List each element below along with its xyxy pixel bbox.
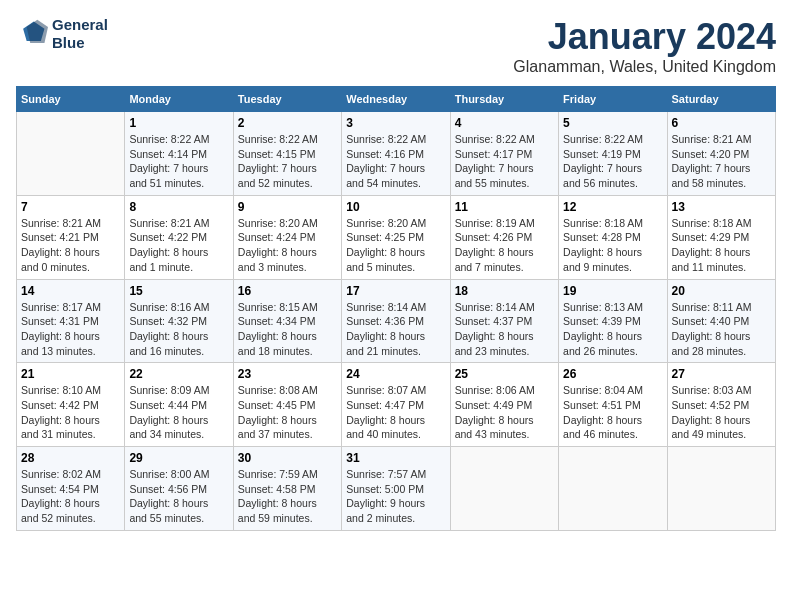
day-info: Sunrise: 8:20 AMSunset: 4:25 PMDaylight:…	[346, 216, 445, 275]
day-info: Sunrise: 8:16 AMSunset: 4:32 PMDaylight:…	[129, 300, 228, 359]
calendar-cell: 25Sunrise: 8:06 AMSunset: 4:49 PMDayligh…	[450, 363, 558, 447]
calendar-header-monday: Monday	[125, 87, 233, 112]
day-info: Sunrise: 8:21 AMSunset: 4:21 PMDaylight:…	[21, 216, 120, 275]
day-number: 16	[238, 284, 337, 298]
day-number: 29	[129, 451, 228, 465]
day-number: 12	[563, 200, 662, 214]
calendar-header-friday: Friday	[559, 87, 667, 112]
day-number: 28	[21, 451, 120, 465]
day-info: Sunrise: 8:10 AMSunset: 4:42 PMDaylight:…	[21, 383, 120, 442]
calendar-cell: 9Sunrise: 8:20 AMSunset: 4:24 PMDaylight…	[233, 195, 341, 279]
day-number: 5	[563, 116, 662, 130]
calendar-header-row: SundayMondayTuesdayWednesdayThursdayFrid…	[17, 87, 776, 112]
day-info: Sunrise: 8:13 AMSunset: 4:39 PMDaylight:…	[563, 300, 662, 359]
calendar-week-5: 28Sunrise: 8:02 AMSunset: 4:54 PMDayligh…	[17, 447, 776, 531]
calendar-header-tuesday: Tuesday	[233, 87, 341, 112]
day-info: Sunrise: 8:14 AMSunset: 4:36 PMDaylight:…	[346, 300, 445, 359]
calendar-week-2: 7Sunrise: 8:21 AMSunset: 4:21 PMDaylight…	[17, 195, 776, 279]
day-info: Sunrise: 8:03 AMSunset: 4:52 PMDaylight:…	[672, 383, 771, 442]
calendar-cell: 30Sunrise: 7:59 AMSunset: 4:58 PMDayligh…	[233, 447, 341, 531]
calendar-cell	[667, 447, 775, 531]
day-info: Sunrise: 8:17 AMSunset: 4:31 PMDaylight:…	[21, 300, 120, 359]
day-number: 18	[455, 284, 554, 298]
day-info: Sunrise: 8:22 AMSunset: 4:19 PMDaylight:…	[563, 132, 662, 191]
logo-text: General Blue	[52, 16, 108, 52]
calendar-cell: 6Sunrise: 8:21 AMSunset: 4:20 PMDaylight…	[667, 112, 775, 196]
main-title: January 2024	[513, 16, 776, 58]
day-number: 8	[129, 200, 228, 214]
day-info: Sunrise: 8:22 AMSunset: 4:14 PMDaylight:…	[129, 132, 228, 191]
calendar-cell: 26Sunrise: 8:04 AMSunset: 4:51 PMDayligh…	[559, 363, 667, 447]
day-info: Sunrise: 8:18 AMSunset: 4:28 PMDaylight:…	[563, 216, 662, 275]
day-number: 21	[21, 367, 120, 381]
day-number: 3	[346, 116, 445, 130]
calendar-cell: 24Sunrise: 8:07 AMSunset: 4:47 PMDayligh…	[342, 363, 450, 447]
calendar-cell: 1Sunrise: 8:22 AMSunset: 4:14 PMDaylight…	[125, 112, 233, 196]
day-info: Sunrise: 8:14 AMSunset: 4:37 PMDaylight:…	[455, 300, 554, 359]
day-number: 24	[346, 367, 445, 381]
calendar-header-thursday: Thursday	[450, 87, 558, 112]
day-number: 20	[672, 284, 771, 298]
calendar-cell: 3Sunrise: 8:22 AMSunset: 4:16 PMDaylight…	[342, 112, 450, 196]
day-info: Sunrise: 8:21 AMSunset: 4:20 PMDaylight:…	[672, 132, 771, 191]
day-number: 2	[238, 116, 337, 130]
day-number: 15	[129, 284, 228, 298]
calendar-cell	[559, 447, 667, 531]
day-number: 13	[672, 200, 771, 214]
day-number: 14	[21, 284, 120, 298]
calendar-week-3: 14Sunrise: 8:17 AMSunset: 4:31 PMDayligh…	[17, 279, 776, 363]
subtitle: Glanamman, Wales, United Kingdom	[513, 58, 776, 76]
day-info: Sunrise: 8:22 AMSunset: 4:16 PMDaylight:…	[346, 132, 445, 191]
calendar-header-wednesday: Wednesday	[342, 87, 450, 112]
day-info: Sunrise: 8:22 AMSunset: 4:17 PMDaylight:…	[455, 132, 554, 191]
calendar-cell: 5Sunrise: 8:22 AMSunset: 4:19 PMDaylight…	[559, 112, 667, 196]
logo: General Blue	[16, 16, 108, 52]
calendar-cell: 31Sunrise: 7:57 AMSunset: 5:00 PMDayligh…	[342, 447, 450, 531]
calendar-cell: 4Sunrise: 8:22 AMSunset: 4:17 PMDaylight…	[450, 112, 558, 196]
day-info: Sunrise: 8:20 AMSunset: 4:24 PMDaylight:…	[238, 216, 337, 275]
calendar-cell: 18Sunrise: 8:14 AMSunset: 4:37 PMDayligh…	[450, 279, 558, 363]
calendar-cell: 2Sunrise: 8:22 AMSunset: 4:15 PMDaylight…	[233, 112, 341, 196]
header: General Blue January 2024 Glanamman, Wal…	[16, 16, 776, 76]
calendar-cell: 11Sunrise: 8:19 AMSunset: 4:26 PMDayligh…	[450, 195, 558, 279]
day-number: 1	[129, 116, 228, 130]
calendar-cell	[450, 447, 558, 531]
day-number: 27	[672, 367, 771, 381]
logo-line2: Blue	[52, 34, 108, 52]
calendar-cell: 20Sunrise: 8:11 AMSunset: 4:40 PMDayligh…	[667, 279, 775, 363]
calendar-week-4: 21Sunrise: 8:10 AMSunset: 4:42 PMDayligh…	[17, 363, 776, 447]
calendar-cell: 16Sunrise: 8:15 AMSunset: 4:34 PMDayligh…	[233, 279, 341, 363]
day-info: Sunrise: 8:09 AMSunset: 4:44 PMDaylight:…	[129, 383, 228, 442]
calendar-table: SundayMondayTuesdayWednesdayThursdayFrid…	[16, 86, 776, 531]
calendar-cell: 29Sunrise: 8:00 AMSunset: 4:56 PMDayligh…	[125, 447, 233, 531]
day-number: 4	[455, 116, 554, 130]
day-info: Sunrise: 8:06 AMSunset: 4:49 PMDaylight:…	[455, 383, 554, 442]
calendar-week-1: 1Sunrise: 8:22 AMSunset: 4:14 PMDaylight…	[17, 112, 776, 196]
day-number: 9	[238, 200, 337, 214]
day-info: Sunrise: 8:07 AMSunset: 4:47 PMDaylight:…	[346, 383, 445, 442]
calendar-cell: 14Sunrise: 8:17 AMSunset: 4:31 PMDayligh…	[17, 279, 125, 363]
calendar-header-saturday: Saturday	[667, 87, 775, 112]
calendar-cell: 22Sunrise: 8:09 AMSunset: 4:44 PMDayligh…	[125, 363, 233, 447]
day-info: Sunrise: 8:00 AMSunset: 4:56 PMDaylight:…	[129, 467, 228, 526]
day-info: Sunrise: 7:57 AMSunset: 5:00 PMDaylight:…	[346, 467, 445, 526]
calendar-cell: 27Sunrise: 8:03 AMSunset: 4:52 PMDayligh…	[667, 363, 775, 447]
day-number: 22	[129, 367, 228, 381]
day-info: Sunrise: 8:11 AMSunset: 4:40 PMDaylight:…	[672, 300, 771, 359]
logo-line1: General	[52, 16, 108, 34]
day-info: Sunrise: 8:08 AMSunset: 4:45 PMDaylight:…	[238, 383, 337, 442]
calendar-cell: 23Sunrise: 8:08 AMSunset: 4:45 PMDayligh…	[233, 363, 341, 447]
day-info: Sunrise: 8:22 AMSunset: 4:15 PMDaylight:…	[238, 132, 337, 191]
calendar-cell: 12Sunrise: 8:18 AMSunset: 4:28 PMDayligh…	[559, 195, 667, 279]
calendar-cell: 7Sunrise: 8:21 AMSunset: 4:21 PMDaylight…	[17, 195, 125, 279]
calendar-cell: 19Sunrise: 8:13 AMSunset: 4:39 PMDayligh…	[559, 279, 667, 363]
day-info: Sunrise: 8:04 AMSunset: 4:51 PMDaylight:…	[563, 383, 662, 442]
day-number: 17	[346, 284, 445, 298]
day-number: 10	[346, 200, 445, 214]
calendar-cell: 13Sunrise: 8:18 AMSunset: 4:29 PMDayligh…	[667, 195, 775, 279]
calendar-cell: 15Sunrise: 8:16 AMSunset: 4:32 PMDayligh…	[125, 279, 233, 363]
day-info: Sunrise: 8:18 AMSunset: 4:29 PMDaylight:…	[672, 216, 771, 275]
day-number: 6	[672, 116, 771, 130]
calendar-cell: 17Sunrise: 8:14 AMSunset: 4:36 PMDayligh…	[342, 279, 450, 363]
day-info: Sunrise: 8:19 AMSunset: 4:26 PMDaylight:…	[455, 216, 554, 275]
